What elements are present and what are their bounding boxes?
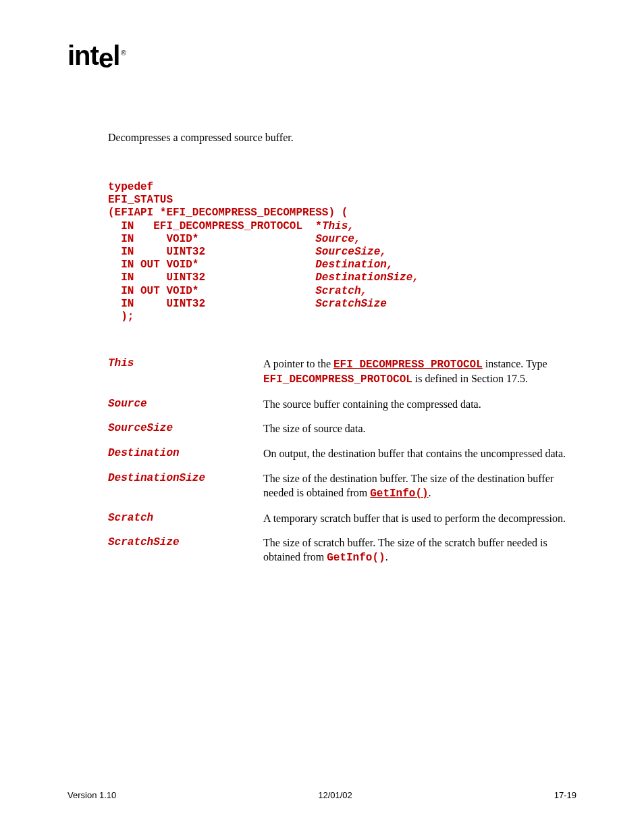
param-name: SourceSize: [108, 422, 263, 434]
page-content: intel® Decompresses a compressed source …: [0, 0, 644, 834]
param-row-destinationsize: DestinationSize The size of the destinat…: [108, 472, 576, 501]
param-name: Source: [108, 398, 263, 410]
summary-text: Decompresses a compressed source buffer.: [108, 132, 576, 144]
param-name: This: [108, 357, 263, 369]
prototype-code-block: typedef EFI_STATUS (EFIAPI *EFI_DECOMPRE…: [108, 181, 576, 323]
page-footer: Version 1.10 12/01/02 17-19: [68, 790, 576, 800]
getinfo-link[interactable]: GetInfo(): [370, 488, 428, 500]
intel-logo: intel®: [68, 41, 576, 71]
param-desc: The source buffer containing the compres…: [263, 398, 576, 412]
protocol-link[interactable]: EFI_DECOMPRESS_PROTOCOL: [333, 359, 483, 371]
registered-mark: ®: [121, 49, 125, 57]
param-name: DestinationSize: [108, 472, 263, 484]
param-desc: The size of source data.: [263, 422, 576, 436]
param-desc: On output, the destination buffer that c…: [263, 447, 576, 461]
param-row-destination: Destination On output, the destination b…: [108, 447, 576, 461]
footer-pagenum: 17-19: [554, 790, 576, 800]
param-row-scratch: Scratch A temporary scratch buffer that …: [108, 512, 576, 526]
param-row-this: This A pointer to the EFI_DECOMPRESS_PRO…: [108, 357, 576, 387]
param-desc: The size of scratch buffer. The size of …: [263, 536, 576, 565]
param-name: ScratchSize: [108, 536, 263, 548]
parameter-table: This A pointer to the EFI_DECOMPRESS_PRO…: [108, 357, 576, 565]
param-row-source: Source The source buffer containing the …: [108, 398, 576, 412]
param-desc: A pointer to the EFI_DECOMPRESS_PROTOCOL…: [263, 357, 576, 387]
footer-date: 12/01/02: [318, 790, 352, 800]
param-row-scratchsize: ScratchSize The size of scratch buffer. …: [108, 536, 576, 565]
footer-version: Version 1.10: [68, 790, 116, 800]
param-name: Scratch: [108, 512, 263, 524]
param-name: Destination: [108, 447, 263, 459]
param-desc: The size of the destination buffer. The …: [263, 472, 576, 501]
param-desc: A temporary scratch buffer that is used …: [263, 512, 576, 526]
param-row-sourcesize: SourceSize The size of source data.: [108, 422, 576, 436]
